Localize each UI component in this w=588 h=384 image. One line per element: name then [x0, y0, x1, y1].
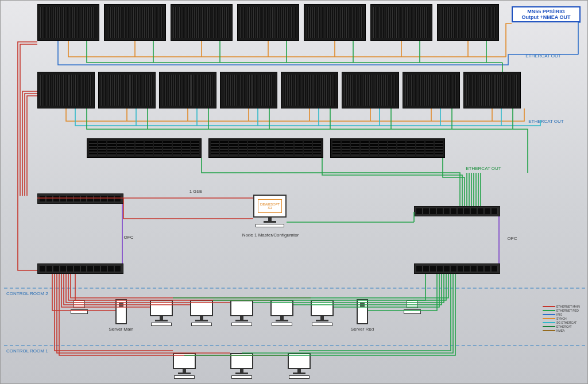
- daq-rack: [403, 72, 460, 108]
- legend-item: SYNCH: [556, 317, 567, 320]
- legend-item: ETHERCAT: [556, 325, 572, 328]
- remote-node: [403, 300, 422, 317]
- legend-item: ETHERNET MAIN: [556, 305, 580, 308]
- diagram-canvas: { "ext_box": { "line1": "MN55 PPS/IRIG",…: [0, 0, 588, 384]
- daq-rack: [342, 72, 399, 108]
- daq-rack: [98, 72, 156, 108]
- daq-rack: [463, 72, 521, 108]
- sg-rack: [87, 138, 202, 158]
- daq-rack: [37, 72, 95, 108]
- network-switch: [37, 263, 123, 274]
- daq-rack: [437, 4, 499, 41]
- daq-rack: [220, 72, 277, 108]
- client-workstation: [230, 353, 253, 379]
- client-workstation: [288, 353, 311, 379]
- daq-rack: [159, 72, 216, 108]
- server-main-label: Server Main: [104, 327, 138, 332]
- ethercat-out-label: ETHERCAT OUT: [517, 53, 569, 59]
- control-room-2-divider: [4, 288, 585, 289]
- daq-rack: [171, 4, 233, 41]
- remote-node: [69, 300, 89, 317]
- ofc-left-label: OFC: [120, 235, 137, 240]
- network-switch: [414, 263, 500, 274]
- client-workstation: [150, 300, 173, 326]
- ethercat-out-label: ETHERCAT OUT: [458, 166, 509, 171]
- daq-rack: [104, 4, 166, 41]
- sg-rack: [330, 138, 445, 158]
- ext-box-line1: MN55 PPS/IRIG: [514, 9, 578, 14]
- control-room-1-label: CONTROL ROOM 1: [6, 348, 75, 354]
- network-switch: [37, 193, 123, 204]
- server-red-label: Server Red: [345, 327, 380, 332]
- server-red: [357, 299, 368, 324]
- legend-item: IRIG: [556, 313, 562, 316]
- network-switch: [414, 206, 500, 216]
- external-gps-box: MN55 PPS/IRIG Output +NMEA OUT: [512, 6, 581, 22]
- master-caption: Node 1 Master/Configurator: [236, 232, 305, 238]
- client-workstation: [230, 300, 253, 326]
- client-workstation: [270, 300, 293, 326]
- control-room-1-divider: [4, 345, 585, 346]
- daq-rack: [370, 4, 432, 41]
- client-workstation: [311, 300, 334, 326]
- ethercat-out-label: ETHERCAT OUT: [520, 119, 572, 124]
- cabling-layer: [1, 1, 587, 383]
- legend: ETHERNET MAIN ETHERNET RED IRIG SYNCH SG…: [543, 305, 584, 333]
- ext-box-line2: Output +NMEA OUT: [514, 14, 578, 20]
- master-workstation: DEWESOFT X3: [253, 195, 287, 227]
- sg-rack: [208, 138, 323, 158]
- legend-item: ETHERNET RED: [556, 309, 579, 312]
- daq-rack: [37, 4, 99, 41]
- master-sw-label: DEWESOFT X3: [258, 199, 282, 213]
- client-workstation: [173, 353, 196, 379]
- legend-item: NMEA: [556, 329, 564, 332]
- daq-rack: [281, 72, 338, 108]
- one-gbe-label: 1 GbE: [184, 189, 207, 194]
- daq-rack: [237, 4, 299, 41]
- client-workstation: [190, 300, 213, 326]
- server-main: [115, 299, 127, 324]
- legend-item: SG ETHERCAT: [556, 321, 577, 324]
- ofc-right-label: OFC: [504, 236, 521, 241]
- daq-rack: [304, 4, 366, 41]
- control-room-2-label: CONTROL ROOM 2: [6, 291, 75, 296]
